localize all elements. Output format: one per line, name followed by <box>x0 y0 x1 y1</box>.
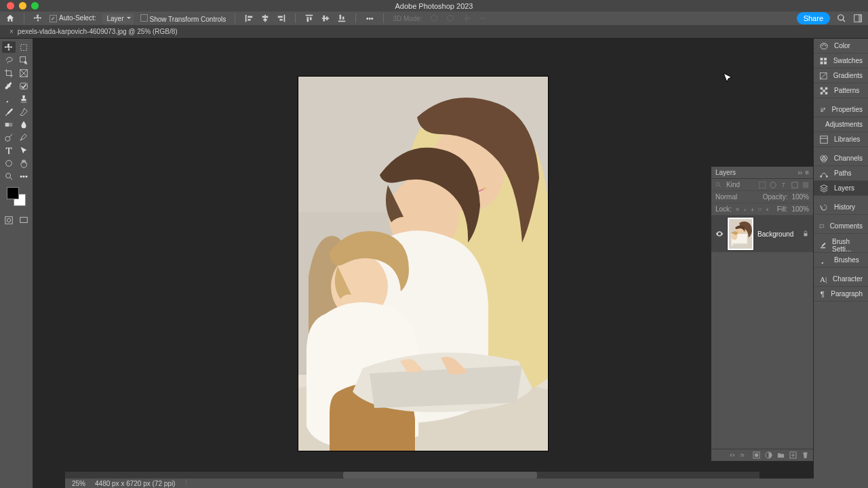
maximize-icon[interactable] <box>31 2 39 9</box>
filter-smart-icon[interactable] <box>802 182 809 188</box>
h-scrollbar[interactable] <box>65 472 760 479</box>
object-select-tool[interactable] <box>17 54 31 66</box>
zoom-level[interactable]: 25% <box>72 480 85 487</box>
trash-icon[interactable] <box>802 451 809 459</box>
fx-icon[interactable]: fx <box>741 451 748 459</box>
zoom-tool[interactable] <box>2 170 16 182</box>
filter-type-icon[interactable]: T <box>781 182 787 188</box>
tab-close-icon[interactable]: × <box>9 28 14 35</box>
healing-tool[interactable] <box>17 80 31 92</box>
panel-tab-history[interactable]: History <box>814 200 868 215</box>
group-icon[interactable] <box>777 451 785 459</box>
svg-rect-48 <box>821 58 823 60</box>
panel-menu-icon[interactable]: ≡ <box>805 169 809 176</box>
layer-name[interactable]: Background <box>757 230 798 238</box>
shape-tool[interactable] <box>2 157 16 169</box>
layer-background[interactable]: Background <box>711 216 813 252</box>
share-button[interactable]: Share <box>797 12 830 24</box>
dodge-tool[interactable] <box>2 131 16 143</box>
screenmode-icon[interactable] <box>17 214 31 226</box>
hand-tool[interactable] <box>17 157 31 169</box>
panel-tab-paths[interactable]: Paths <box>814 166 868 181</box>
move-tool[interactable] <box>2 41 16 53</box>
lock-pixels-icon[interactable] <box>736 206 739 213</box>
mask-icon[interactable] <box>753 451 760 459</box>
type-tool[interactable] <box>2 144 16 156</box>
status-more-icon[interactable]: 〉 <box>184 479 191 488</box>
frame-tool[interactable] <box>17 67 31 79</box>
history-brush-tool[interactable] <box>2 106 16 117</box>
panel-tab-adjustments[interactable]: Adjustments <box>814 117 868 132</box>
align-center-v-icon[interactable] <box>321 14 330 23</box>
minimize-icon[interactable] <box>19 2 26 9</box>
lock-all-icon[interactable] <box>766 206 769 213</box>
adjustment-icon[interactable] <box>765 451 772 459</box>
quickmask-icon[interactable] <box>2 214 16 226</box>
svg-point-0 <box>431 16 437 22</box>
eyedropper-tool[interactable] <box>2 80 16 92</box>
left-toolbar: ••• <box>0 39 33 488</box>
blur-tool[interactable] <box>17 119 31 130</box>
search-icon[interactable] <box>837 14 846 23</box>
artboard-tool[interactable] <box>17 41 31 53</box>
filter-shape-icon[interactable] <box>791 182 798 188</box>
gradient-tool[interactable] <box>2 119 16 130</box>
visibility-icon[interactable] <box>715 230 724 238</box>
document-tab[interactable]: pexels-vlada-karpovich-4609073.jpg @ 25%… <box>18 28 178 35</box>
filter-image-icon[interactable] <box>759 182 766 188</box>
align-bottom-icon[interactable] <box>337 14 347 23</box>
auto-select-dropdown[interactable]: Layer <box>102 14 133 24</box>
color-swatches[interactable] <box>7 187 26 206</box>
stamp-tool[interactable] <box>17 93 31 104</box>
panel-tab-paragraph[interactable]: ¶Paragraph <box>814 287 868 302</box>
collapse-icon[interactable]: ›› <box>797 169 802 176</box>
link-layers-icon[interactable] <box>728 451 736 459</box>
panel-tab-layers[interactable]: Layers <box>814 181 868 196</box>
lock-brush-icon[interactable] <box>743 206 747 213</box>
auto-select-checkbox[interactable]: ✓Auto-Select: <box>50 14 96 22</box>
panel-tab-libraries[interactable]: Libraries <box>814 132 868 147</box>
panel-tab-properties[interactable]: Properties <box>814 102 868 117</box>
fill-value[interactable]: 100% <box>791 205 809 213</box>
crop-tool[interactable] <box>2 67 16 79</box>
align-left-icon[interactable] <box>244 14 254 23</box>
brush-tool[interactable] <box>2 93 16 104</box>
workspace-icon[interactable] <box>853 14 863 23</box>
search-icon[interactable] <box>715 182 722 188</box>
panel-tab-character[interactable]: A|Character <box>814 272 868 287</box>
foreground-color-swatch[interactable] <box>7 187 19 199</box>
canvas-area[interactable]: 25% 4480 px x 6720 px (72 ppi) 〉 <box>33 39 814 488</box>
filter-adjust-icon[interactable] <box>770 182 776 188</box>
kind-filter[interactable] <box>726 181 747 188</box>
panel-tab-comments[interactable]: Comments <box>814 219 868 234</box>
more-options-icon[interactable]: ••• <box>365 14 374 23</box>
new-layer-icon[interactable] <box>789 451 797 459</box>
align-top-icon[interactable] <box>304 14 314 23</box>
layer-thumbnail[interactable] <box>728 218 753 250</box>
document-canvas[interactable] <box>298 77 548 451</box>
align-right-icon[interactable] <box>277 14 286 23</box>
layers-panel[interactable]: Layers ››≡ T Normal Opacity: 100% Lock: <box>711 166 814 462</box>
lock-icon[interactable] <box>802 230 809 237</box>
home-icon[interactable] <box>5 14 15 23</box>
align-center-h-icon[interactable] <box>260 14 270 23</box>
edit-toolbar-icon[interactable]: ••• <box>17 170 31 182</box>
show-transform-checkbox[interactable]: Show Transform Controls <box>140 14 226 23</box>
lasso-tool[interactable] <box>2 54 16 66</box>
panel-tab-channels[interactable]: Channels <box>814 151 868 166</box>
panel-tab-brush-setti-[interactable]: Brush Setti... <box>814 238 868 253</box>
lock-position-icon[interactable] <box>751 206 754 213</box>
lock-nest-icon[interactable] <box>758 206 762 213</box>
blend-mode-dropdown[interactable]: Normal <box>715 193 737 201</box>
panel-tab-color[interactable]: Color <box>814 39 868 54</box>
opacity-value[interactable]: 100% <box>791 193 809 201</box>
pen-tool[interactable] <box>17 131 31 143</box>
path-select-tool[interactable] <box>17 144 31 156</box>
panel-tab-swatches[interactable]: Swatches <box>814 54 868 68</box>
close-icon[interactable] <box>7 2 14 9</box>
eraser-tool[interactable] <box>17 106 31 117</box>
svg-rect-3 <box>859 15 861 22</box>
panel-tab-gradients[interactable]: Gradients <box>814 68 868 83</box>
panel-tab-brushes[interactable]: Brushes <box>814 253 868 268</box>
panel-tab-patterns[interactable]: Patterns <box>814 83 868 98</box>
